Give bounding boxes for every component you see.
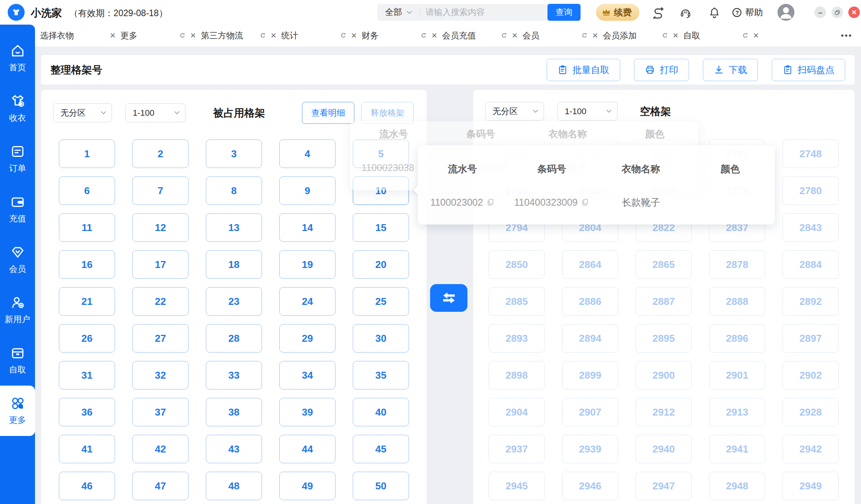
shelf-cell-32[interactable]: 32 [132, 361, 189, 389]
tab-close-icon[interactable]: ✕ [110, 32, 116, 39]
sidebar-item-订单[interactable]: 订单 [0, 134, 35, 184]
shelf-cell-2888[interactable]: 2888 [709, 287, 765, 316]
sidebar-item-更多[interactable]: 更多 [0, 386, 35, 436]
tab-refresh-icon[interactable] [581, 32, 588, 39]
search-button[interactable]: 查询 [547, 4, 581, 21]
close-button[interactable]: ✕ [848, 7, 860, 18]
action-打印[interactable]: 打印 [634, 59, 689, 81]
shelf-cell-18[interactable]: 18 [206, 250, 262, 279]
shelf-cell-31[interactable]: 31 [59, 361, 115, 389]
shelf-cell-2898[interactable]: 2898 [489, 361, 545, 389]
sidebar-item-会员[interactable]: 会员 [0, 235, 35, 285]
tab-refresh-icon[interactable] [501, 32, 507, 39]
shelf-cell-2947[interactable]: 2947 [636, 472, 692, 500]
tab-选择衣物[interactable]: 选择衣物 ✕ [40, 30, 120, 42]
tab-refresh-icon[interactable] [742, 32, 749, 39]
zone-select[interactable]: 无分区 [53, 103, 112, 122]
shelf-cell-2948[interactable]: 2948 [709, 472, 765, 500]
shelf-cell-2885[interactable]: 2885 [489, 287, 545, 316]
shelf-cell-37[interactable]: 37 [132, 398, 189, 426]
shelf-cell-2897[interactable]: 2897 [783, 324, 839, 353]
help-button[interactable]: 帮助 [732, 7, 763, 18]
shelf-cell-3[interactable]: 3 [206, 140, 262, 168]
shelf-cell-14[interactable]: 14 [279, 213, 335, 242]
shelf-cell-6[interactable]: 6 [59, 176, 115, 205]
shelf-cell-2939[interactable]: 2939 [562, 435, 618, 463]
shelf-cell-2900[interactable]: 2900 [636, 361, 692, 389]
shelf-cell-12[interactable]: 12 [132, 213, 189, 242]
shelf-cell-15[interactable]: 15 [353, 213, 409, 242]
shelf-cell-8[interactable]: 8 [206, 176, 262, 205]
shelf-cell-2913[interactable]: 2913 [709, 398, 765, 426]
tab-close-icon[interactable]: ✕ [753, 32, 759, 39]
shelf-cell-1[interactable]: 1 [59, 140, 115, 168]
shelf-cell-2946[interactable]: 2946 [562, 472, 618, 500]
shelf-cell-2901[interactable]: 2901 [709, 361, 765, 389]
shelf-cell-2864[interactable]: 2864 [562, 250, 618, 279]
ai-support-icon[interactable] [679, 7, 692, 19]
sidebar-item-首页[interactable]: 首页 [0, 33, 35, 83]
shelf-cell-30[interactable]: 30 [353, 324, 409, 353]
shelf-cell-40[interactable]: 40 [353, 398, 409, 426]
search-input[interactable] [425, 7, 547, 18]
shelf-cell-2886[interactable]: 2886 [562, 287, 618, 316]
shelf-cell-2899[interactable]: 2899 [562, 361, 618, 389]
shelf-cell-2940[interactable]: 2940 [636, 435, 692, 463]
s-link-icon[interactable] [652, 7, 664, 19]
shelf-cell-16[interactable]: 16 [59, 250, 115, 279]
restore-button[interactable] [831, 7, 843, 18]
view-detail-button[interactable]: 查看明细 [302, 102, 354, 124]
shelf-cell-2895[interactable]: 2895 [636, 324, 692, 353]
shelf-cell-2941[interactable]: 2941 [709, 435, 765, 463]
shelf-cell-2894[interactable]: 2894 [562, 324, 618, 353]
renew-button[interactable]: 续费 [596, 4, 639, 21]
shelf-cell-45[interactable]: 45 [353, 435, 409, 463]
shelf-cell-2949[interactable]: 2949 [783, 472, 839, 500]
tab-close-icon[interactable]: ✕ [190, 32, 196, 39]
shelf-cell-48[interactable]: 48 [206, 472, 262, 500]
shelf-cell-2887[interactable]: 2887 [636, 287, 692, 316]
shelf-cell-26[interactable]: 26 [59, 324, 115, 353]
tab-close-icon[interactable]: ✕ [431, 32, 437, 39]
shelf-cell-43[interactable]: 43 [206, 435, 262, 463]
more-tabs-icon[interactable] [841, 35, 851, 37]
shelf-cell-46[interactable]: 46 [59, 472, 115, 500]
shelf-cell-28[interactable]: 28 [206, 324, 262, 353]
tab-refresh-icon[interactable] [259, 32, 266, 39]
shelf-cell-2865[interactable]: 2865 [636, 250, 692, 279]
tab-close-icon[interactable]: ✕ [351, 32, 357, 39]
shelf-cell-2896[interactable]: 2896 [709, 324, 765, 353]
shelf-cell-2904[interactable]: 2904 [489, 398, 545, 426]
shelf-cell-50[interactable]: 50 [353, 472, 409, 500]
search-scope-dropdown[interactable]: 全部 [377, 7, 415, 18]
action-批量自取[interactable]: 批量自取 [547, 59, 620, 81]
shelf-cell-19[interactable]: 19 [279, 250, 335, 279]
shelf-cell-23[interactable]: 23 [206, 287, 262, 316]
shelf-cell-2843[interactable]: 2843 [783, 213, 839, 242]
shelf-cell-2902[interactable]: 2902 [783, 361, 839, 389]
tab-会员添加[interactable]: 会员添加 ✕ [603, 30, 683, 42]
tab-统计[interactable]: 统计 ✕ [281, 30, 362, 42]
shelf-cell-34[interactable]: 34 [279, 361, 335, 389]
shelf-cell-49[interactable]: 49 [279, 472, 335, 500]
shelf-cell-2780[interactable]: 2780 [783, 176, 839, 205]
tab-close-icon[interactable]: ✕ [512, 32, 518, 39]
shelf-cell-2928[interactable]: 2928 [783, 398, 839, 426]
shelf-cell-38[interactable]: 38 [206, 398, 262, 426]
shelf-cell-2907[interactable]: 2907 [562, 398, 618, 426]
release-shelf-button[interactable]: 释放格架 [361, 102, 414, 124]
shelf-cell-21[interactable]: 21 [59, 287, 115, 316]
tab-refresh-icon[interactable] [340, 32, 347, 39]
shelf-cell-44[interactable]: 44 [279, 435, 335, 463]
shelf-cell-11[interactable]: 11 [59, 213, 115, 242]
copy-icon[interactable] [581, 198, 589, 206]
shelf-cell-2937[interactable]: 2937 [489, 435, 545, 463]
tab-close-icon[interactable]: ✕ [672, 32, 679, 39]
shelf-cell-35[interactable]: 35 [353, 361, 409, 389]
zone-select[interactable]: 无分区 [485, 102, 544, 121]
shelf-cell-4[interactable]: 4 [279, 140, 335, 168]
shelf-cell-2942[interactable]: 2942 [783, 435, 839, 463]
shelf-cell-27[interactable]: 27 [132, 324, 189, 353]
shelf-cell-7[interactable]: 7 [132, 176, 189, 205]
swap-panels-button[interactable] [430, 284, 467, 312]
